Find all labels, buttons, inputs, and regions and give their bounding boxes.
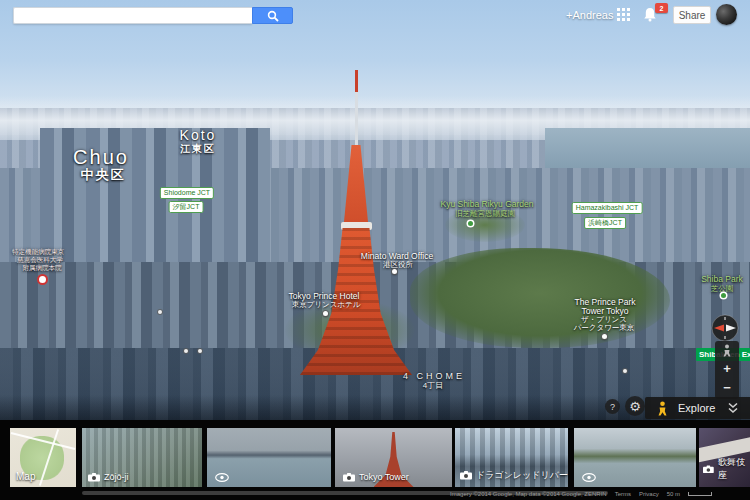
thumbnail-map[interactable]: Map — [10, 428, 76, 487]
settings-gear-button[interactable]: ⚙ — [625, 396, 645, 416]
zoom-out-button[interactable]: − — [715, 380, 739, 396]
park-marker-rikyu[interactable] — [468, 221, 473, 226]
road-badge-shiodome-jct-en: Shiodome JCT — [160, 187, 214, 199]
share-button[interactable]: Share — [673, 6, 711, 24]
compass-icon — [711, 314, 739, 342]
poi-marker-small — [623, 369, 627, 373]
tokyo-tower-photo — [300, 70, 412, 375]
thumbnail-label — [215, 473, 229, 482]
thumbnail-zojoji[interactable]: Zōjō-ji — [82, 428, 202, 487]
poi-marker-small — [198, 349, 202, 353]
chevron-double-down-icon — [727, 402, 739, 414]
terms-link[interactable]: Terms — [615, 491, 631, 497]
photosphere-icon — [215, 473, 229, 482]
privacy-link[interactable]: Privacy — [639, 491, 659, 497]
explore-label: Explore — [678, 402, 715, 414]
poi-label-prince-park-tower-line4[interactable]: パークタワー東京 — [574, 323, 635, 333]
hospital-marker[interactable] — [37, 274, 48, 285]
notification-badge: 2 — [655, 3, 668, 13]
poi-marker-prince-park-tower[interactable] — [602, 334, 607, 339]
search-icon — [267, 10, 279, 22]
camera-icon — [460, 471, 472, 480]
poi-label-minato-ward-office-ja[interactable]: 港区役所 — [383, 260, 413, 270]
gear-icon: ⚙ — [629, 399, 641, 414]
thumbnail-label: ドラゴンレッドリバー — [460, 469, 568, 482]
scale-label: 50 m — [667, 491, 680, 497]
thumbnail-tokyo-tower[interactable]: Tokyo Tower — [335, 428, 452, 487]
account-name-link[interactable]: +Andreas — [566, 9, 613, 21]
thumbnail-waterfront-panorama[interactable] — [207, 428, 331, 487]
hospital-label-line3[interactable]: 附属病院本院 — [23, 264, 62, 273]
map-attribution: Imagery ©2014 Google, Map data ©2014 Goo… — [450, 491, 712, 497]
city-label-koto-en: Koto — [180, 127, 217, 143]
thumbnail-label: Tokyo Tower — [343, 472, 409, 482]
search-input[interactable] — [13, 7, 252, 24]
park-label-shiba-park-en[interactable]: Shiba Park — [701, 274, 743, 284]
poi-marker-tokyo-prince-hotel[interactable] — [323, 311, 328, 316]
help-button[interactable]: ? — [605, 399, 620, 414]
google-maps-app: Chuo 中央区 Koto 江東区 Shiodome JCT 汐留JCT Ham… — [0, 0, 750, 500]
thumbnail-label — [582, 473, 596, 482]
attribution-text: Imagery ©2014 Google, Map data ©2014 Goo… — [450, 491, 607, 497]
poi-label-tokyo-prince-hotel-ja[interactable]: 東京プリンスホテル — [292, 300, 361, 310]
avatar[interactable] — [716, 4, 737, 25]
photo-carousel: Map Zōjō-ji — [0, 420, 750, 500]
road-badge-hamazakibashi-jct-ja: 浜崎橋JCT — [584, 217, 626, 229]
road-badge-shiodome-jct-ja: 汐留JCT — [169, 201, 204, 213]
explore-bar[interactable]: Explore — [645, 397, 750, 419]
zoom-in-button[interactable]: + — [715, 361, 739, 377]
tower-antenna — [355, 92, 358, 147]
poi-marker-small — [158, 310, 162, 314]
compass-control[interactable] — [711, 314, 739, 342]
thumbnail-dragon-red-river[interactable]: ドラゴンレッドリバー — [455, 428, 568, 487]
poi-marker-minato-ward-office[interactable] — [392, 269, 397, 274]
thumbnail-label: 歌舞伎座 — [703, 456, 750, 482]
thumbnail-label: Zōjō-ji — [88, 472, 129, 482]
thumbnail-pond-panorama[interactable] — [574, 428, 696, 487]
park-label-rikyu-garden-en[interactable]: Kyu Shiba Rikyu Garden — [440, 199, 533, 209]
city-label-koto-ja: 江東区 — [180, 142, 216, 156]
photosphere-icon — [582, 473, 596, 482]
camera-icon — [88, 473, 100, 482]
camera-icon — [343, 473, 355, 482]
thumbnail-kabukiza[interactable]: 歌舞伎座 — [699, 428, 750, 487]
pegman-icon[interactable] — [722, 344, 732, 357]
tower-antenna-tip — [355, 70, 358, 92]
park-marker-shiba[interactable] — [721, 293, 726, 298]
road-badge-hamazakibashi-jct-en: Hamazakibashi JCT — [572, 202, 643, 214]
search-button[interactable] — [252, 7, 293, 24]
tower-upper-shaft — [300, 145, 412, 225]
explore-pegman-icon — [657, 401, 668, 416]
camera-icon — [703, 465, 714, 474]
park-label-rikyu-garden-ja[interactable]: 旧芝離宮恩賜庭園 — [455, 209, 515, 219]
poi-marker-small — [184, 349, 188, 353]
scale-bar — [688, 492, 712, 496]
thumbnail-label: Map — [16, 471, 35, 482]
map-3d-view[interactable]: Chuo 中央区 Koto 江東区 Shiodome JCT 汐留JCT Ham… — [0, 0, 750, 420]
city-label-chuo-ja: 中央区 — [81, 166, 126, 184]
zoom-control: + − — [715, 341, 739, 399]
apps-grid-icon[interactable] — [617, 8, 630, 21]
district-label-4chome-ja: 4丁目 — [423, 380, 443, 391]
